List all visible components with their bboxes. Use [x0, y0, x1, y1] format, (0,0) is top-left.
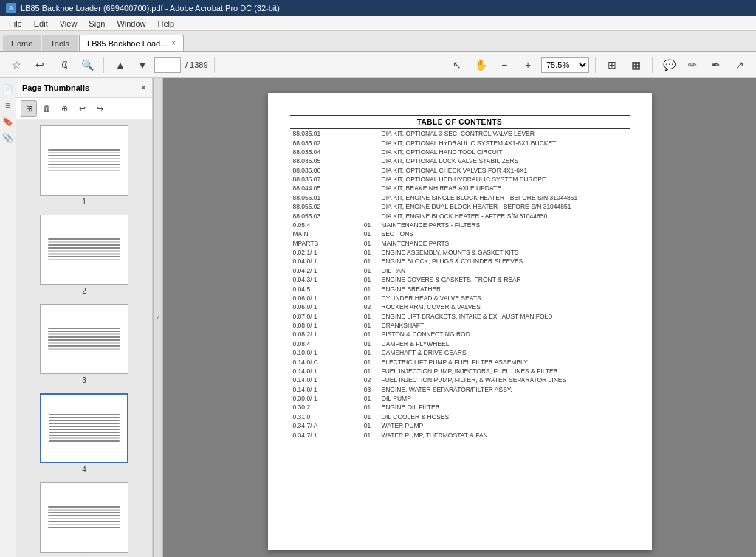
panel-collapse-arrow[interactable]: ‹ [153, 78, 163, 557]
doc-area: TABLE OF CONTENTS 88.035.01DIA KIT, OPTI… [163, 78, 756, 557]
zoom-in-btn[interactable]: + [518, 55, 538, 75]
hand-btn[interactable]: ✋ [470, 55, 491, 75]
sign-btn[interactable]: ✒ [706, 55, 726, 75]
thumbnail-2[interactable]: 2 [22, 215, 146, 295]
toc-row: 0.04.2/ 101OIL PAN [290, 266, 630, 275]
toc-row: 0.05.401MAINTENANCE PARTS - FILTERS [290, 221, 630, 229]
attach-icon[interactable]: 📎 [1, 131, 15, 145]
menu-view[interactable]: View [54, 18, 83, 30]
toc-row: 88.035.06DIA KIT, OPTIONAL CHECK VALVES … [290, 166, 630, 175]
thumbnail-num-2: 2 [82, 287, 86, 295]
share-btn[interactable]: ↗ [729, 55, 750, 75]
toc-row: 88.055.03DIA KIT, ENGINE BLOCK HEATER - … [290, 211, 630, 220]
comment-btn[interactable]: 💬 [659, 55, 679, 75]
thumbnail-img-5 [40, 482, 128, 553]
toc-row: 0.08.0/ 101CRANKSHAFT [290, 321, 630, 330]
left-panel: Page Thumbnails × ⊞ 🗑 ⊕ ↩ ↪ 1 [16, 78, 153, 557]
panel-insert-btn[interactable]: ⊕ [56, 100, 72, 117]
toc-row: 88.035.05DIA KIT, OPTIONAL LOCK VALVE ST… [290, 156, 630, 165]
panel-close-btn[interactable]: × [141, 83, 146, 93]
toc-row: 0.30.201ENGINE OIL FILTER [290, 403, 630, 412]
toolbar: ☆ ↩ 🖨 🔍 ▲ ▼ 4 / 1389 ↖ ✋ − + 75.5% ⊞ ▦ 💬… [0, 52, 756, 78]
toolbar-sep-3 [595, 57, 596, 73]
toc-row: 0.06.0/ 101CYLINDER HEAD & VALVE SEATS [290, 294, 630, 302]
toolbar-sep-4 [652, 57, 653, 73]
menu-sign[interactable]: Sign [83, 18, 111, 30]
bookmark-btn[interactable]: ☆ [6, 55, 27, 75]
panel-title: Page Thumbnails [22, 83, 89, 92]
toc-row: 0.14.0/ 102FUEL INJECTION PUMP, FILTER, … [290, 376, 630, 384]
toc-row: 0.14.0/ 103ENGINE, WATER SEPARATOR/FILTE… [290, 385, 630, 394]
pencil-btn[interactable]: ✏ [682, 55, 703, 75]
thumbnail-img-2 [40, 215, 128, 285]
panel-header: Page Thumbnails × [16, 78, 152, 98]
nav-section: ▲ ▼ 4 / 1389 [110, 55, 208, 75]
title-bar-text: LB85 Backhoe Loader (699400700).pdf - Ad… [21, 4, 280, 13]
toc-row: 0.34.7/ 101WATER PUMP, THERMOSTAT & FAN [290, 430, 630, 439]
tab-home[interactable]: Home [3, 35, 41, 51]
thumbnail-4[interactable]: 4 [22, 393, 146, 474]
toc-row: 0.30.0/ 101OIL PUMP [290, 394, 630, 403]
toc-row: 0.31.001OIL COOLER & HOSES [290, 412, 630, 421]
page-up-btn[interactable]: ▲ [110, 55, 131, 75]
menu-help[interactable]: Help [152, 18, 181, 30]
back-btn[interactable]: ↩ [30, 55, 50, 75]
thumbnail-3[interactable]: 3 [22, 304, 146, 384]
toolbar-sep-2 [214, 57, 215, 73]
toc-row: MPARTS01MAINTENANCE PARTS [290, 239, 630, 248]
panel-toolbar: ⊞ 🗑 ⊕ ↩ ↪ [16, 98, 152, 120]
panel-undo-btn[interactable]: ↩ [74, 100, 90, 117]
thumbnail-1[interactable]: 1 [22, 125, 146, 206]
menu-file[interactable]: File [3, 18, 28, 30]
left-icon-strip: 📄 ≡ 🔖 📎 [0, 78, 16, 557]
toc-row: 0.14.0/ 101FUEL INJECTION PUMP, INJECTOR… [290, 367, 630, 376]
tab-tools[interactable]: Tools [42, 35, 78, 51]
toc-table: TABLE OF CONTENTS 88.035.01DIA KIT, OPTI… [290, 115, 630, 440]
menu-window[interactable]: Window [111, 18, 151, 30]
cursor-btn[interactable]: ↖ [447, 55, 467, 75]
thumbnail-img-1 [40, 125, 128, 196]
print-btn[interactable]: 🖨 [53, 55, 74, 75]
panel-grid-btn[interactable]: ⊞ [21, 100, 37, 117]
zoom-out-btn[interactable]: − [494, 55, 515, 75]
toc-row: MAIN01SECTIONS [290, 229, 630, 238]
thumbnail-img-4 [40, 393, 128, 463]
app-icon: A [6, 3, 16, 13]
panel-delete-btn[interactable]: 🗑 [38, 100, 55, 117]
toc-row: 88.044.05DIA KIT, BRAKE NH REAR AXLE UPD… [290, 184, 630, 193]
toc-row: 88.035.02DIA KIT, OPTIONAL HYDRAULIC SYS… [290, 138, 630, 147]
thumbnails-container[interactable]: 1 2 [16, 120, 152, 557]
toc-row: 88.035.04DIA KIT, OPTIONAL HAND TOOL CIR… [290, 148, 630, 156]
nav-icon[interactable]: 📄 [1, 83, 15, 96]
menu-bar: File Edit View Sign Window Help [0, 16, 756, 31]
zoom-select[interactable]: 75.5% [541, 57, 589, 73]
toc-row: 0.04.3/ 101ENGINE COVERS & GASKETS, FRON… [290, 275, 630, 284]
tab-bar: Home Tools LB85 Backhoe Load... × [0, 31, 756, 52]
thumbnail-img-3 [40, 304, 128, 374]
toc-row: 0.04.0/ 101ENGINE BLOCK, PLUGS & CYLINDE… [290, 257, 630, 266]
find-btn[interactable]: 🔍 [77, 55, 97, 75]
toc-row: 0.08.401DAMPER & FLYWHEEL [290, 339, 630, 348]
toc-row: 0.04.501ENGINE BREATHER [290, 284, 630, 293]
toc-row: 0.06.0/ 102ROCKER ARM, COVER & VALVES [290, 302, 630, 311]
doc-page: TABLE OF CONTENTS 88.035.01DIA KIT, OPTI… [268, 93, 652, 550]
tab-document[interactable]: LB85 Backhoe Load... × [79, 35, 184, 51]
thumbnail-5[interactable]: 5 [22, 482, 146, 557]
page-total-label: / 1389 [185, 60, 208, 69]
thumbnail-num-1: 1 [82, 198, 86, 206]
toc-row: 0.02.1/ 101ENGINE ASSEMBLY, MOUNTS & GAS… [290, 248, 630, 257]
menu-edit[interactable]: Edit [28, 18, 54, 30]
toc-row: 0.10.0/ 101CAMSHAFT & DRIVE GEARS [290, 348, 630, 357]
bookmark-side-icon[interactable]: 🔖 [1, 115, 15, 128]
toc-row: 0.07.0/ 101ENGINE LIFT BRACKETS, INTAKE … [290, 312, 630, 321]
toc-row: 0.34.7/ A01WATER PUMP [290, 421, 630, 430]
toc-title: TABLE OF CONTENTS [290, 116, 630, 129]
panel-redo-btn[interactable]: ↪ [92, 100, 108, 117]
snap-btn[interactable]: ⊞ [602, 55, 622, 75]
layers-icon[interactable]: ≡ [1, 99, 15, 112]
page-down-btn[interactable]: ▼ [132, 55, 153, 75]
page-number-input[interactable]: 4 [154, 57, 181, 73]
tab-close-btn[interactable]: × [171, 39, 176, 47]
toc-row: 88.055.02DIA KIT, ENGINE DUAL BLOCK HEAT… [290, 202, 630, 211]
columns-btn[interactable]: ▦ [625, 55, 646, 75]
